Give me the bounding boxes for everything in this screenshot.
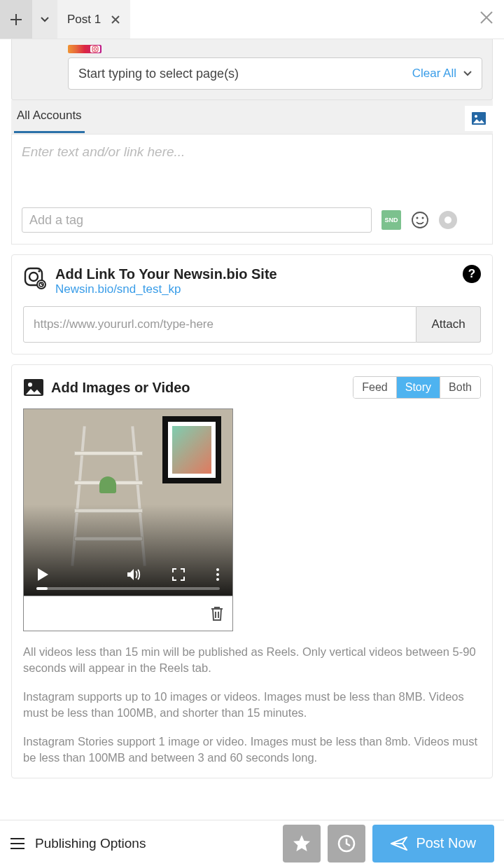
instagram-account-badge: [68, 45, 102, 53]
newsinbio-title: Add Link To Your Newsin.bio Site: [55, 266, 277, 282]
instagram-link-icon: [23, 266, 47, 290]
svg-point-12: [28, 383, 32, 387]
new-post-dropdown[interactable]: [32, 0, 57, 39]
play-icon[interactable]: [36, 568, 49, 582]
svg-point-9: [38, 270, 40, 272]
svg-rect-0: [92, 46, 98, 52]
image-icon: [23, 378, 44, 397]
close-icon: [479, 10, 494, 25]
close-dialog-button[interactable]: [479, 10, 494, 25]
newsinbio-card: Add Link To Your Newsin.bio Site Newsin.…: [11, 254, 493, 355]
bottom-bar: Publishing Options Post Now: [0, 820, 504, 866]
video-preview[interactable]: [24, 409, 232, 596]
svg-point-8: [29, 273, 38, 281]
video-progress[interactable]: [36, 587, 220, 590]
page-selector-input[interactable]: Start typing to select page(s) Clear All: [68, 57, 482, 90]
image-icon: [471, 111, 486, 125]
clear-all-link[interactable]: Clear All: [412, 67, 456, 81]
account-selector-panel: Start typing to select page(s) Clear All: [11, 39, 493, 100]
favorite-button[interactable]: [283, 825, 321, 862]
account-tabs: All Accounts: [11, 100, 493, 134]
plus-icon: [9, 13, 23, 27]
post-now-button[interactable]: Post Now: [372, 825, 494, 862]
svg-point-4: [412, 212, 428, 228]
help-icon[interactable]: ?: [463, 265, 481, 283]
publishing-options-label: Publishing Options: [35, 836, 146, 851]
new-post-button[interactable]: [0, 0, 32, 39]
attach-button[interactable]: Attach: [416, 306, 481, 343]
star-icon: [292, 834, 312, 853]
placement-segmented: Feed Story Both: [353, 376, 481, 399]
caret-down-icon: [463, 71, 472, 76]
svg-point-14: [216, 573, 219, 576]
post-tab[interactable]: Post 1: [57, 0, 130, 39]
composer-panel: SND: [11, 134, 493, 245]
post-text-input[interactable]: [22, 144, 482, 200]
send-icon: [391, 837, 407, 851]
media-preview-toggle[interactable]: [465, 106, 493, 131]
volume-icon[interactable]: [126, 568, 141, 582]
newsinbio-url-input[interactable]: [23, 306, 416, 343]
instagram-icon: [92, 46, 99, 53]
seg-both[interactable]: Both: [440, 377, 480, 398]
media-note: Instagram Stories support 1 image or vid…: [23, 734, 481, 766]
menu-icon: [10, 838, 25, 849]
caret-down-icon: [41, 17, 49, 22]
svg-point-1: [94, 48, 97, 50]
publishing-options[interactable]: Publishing Options: [10, 836, 276, 851]
post-tab-label: Post 1: [67, 13, 101, 27]
page-selector-placeholder: Start typing to select page(s): [78, 67, 412, 81]
svg-point-6: [422, 217, 424, 219]
snd-badge: SND: [382, 210, 401, 230]
more-icon[interactable]: [216, 568, 220, 582]
media-notes: All videos less than 15 min will be publ…: [23, 644, 481, 767]
post-now-label: Post Now: [416, 835, 476, 851]
svg-point-13: [216, 568, 219, 571]
svg-point-3: [475, 115, 477, 118]
emoji-icon[interactable]: [411, 211, 429, 229]
media-note: All videos less than 15 min will be publ…: [23, 644, 481, 676]
top-tab-bar: Post 1: [0, 0, 504, 39]
seg-story[interactable]: Story: [396, 377, 440, 398]
video-thumbnail: [23, 408, 233, 631]
svg-point-5: [416, 217, 419, 219]
fullscreen-icon[interactable]: [172, 568, 185, 581]
schedule-button[interactable]: [328, 825, 365, 862]
media-card: Add Images or Video Feed Story Both: [11, 364, 493, 778]
trash-icon[interactable]: [210, 605, 224, 622]
media-title: Add Images or Video: [51, 380, 190, 396]
tag-input[interactable]: [22, 207, 372, 233]
record-button[interactable]: [439, 211, 457, 229]
newsinbio-link[interactable]: Newsin.bio/snd_test_kp: [55, 282, 181, 296]
svg-point-15: [216, 578, 219, 581]
media-note: Instagram supports up to 10 images or vi…: [23, 689, 481, 721]
seg-feed[interactable]: Feed: [354, 377, 396, 398]
tab-all-accounts[interactable]: All Accounts: [14, 109, 85, 133]
close-tab-icon[interactable]: [111, 15, 120, 25]
clock-icon: [337, 834, 356, 853]
